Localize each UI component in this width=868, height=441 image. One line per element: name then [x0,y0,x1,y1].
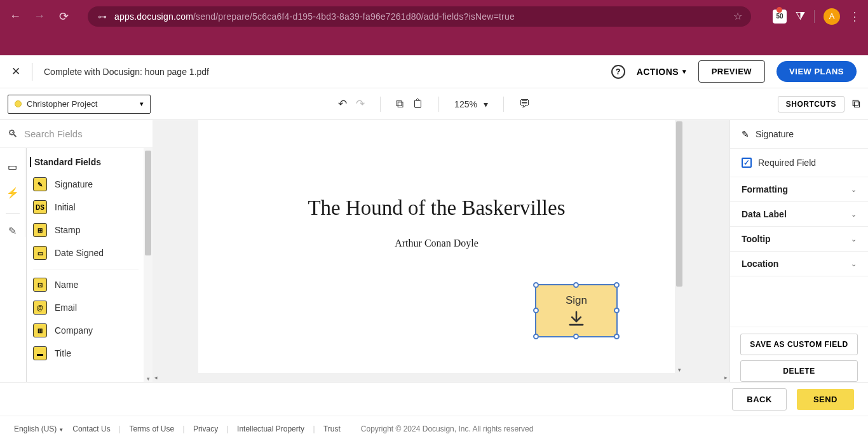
separator [814,10,815,23]
field-name[interactable]: ⊡Name [33,278,139,292]
search-input[interactable] [24,128,145,139]
extension-badge[interactable]: 50 [773,10,787,24]
chevron-down-icon: ⌄ [851,210,857,219]
browser-menu-icon[interactable]: ⋮ [849,10,860,24]
extensions-icon[interactable]: ⧩ [796,10,805,23]
footer: English (US)▼ Contact Us | Terms of Use … [0,416,868,441]
vertical-scrollbar[interactable]: ▴▾ [675,120,684,373]
document-title: Complete with Docusign: houn page 1.pdf [44,67,209,77]
zoom-dropdown[interactable]: 125%▾ [454,99,488,109]
back-button[interactable]: BACK [732,388,787,410]
field-icon: DS [33,200,47,214]
url-bar[interactable]: ⊶ apps.docusign.com/send/prepare/5c6ca6f… [88,6,751,27]
footer-link-intellectual-property[interactable]: Intellectual Property [237,424,304,433]
recipient-dropdown[interactable]: Christopher Project ▾ [8,95,151,114]
recipient-name: Christopher Project [27,99,135,109]
field-title[interactable]: ▬Title [33,346,139,360]
footer-link-privacy[interactable]: Privacy [193,424,218,433]
profile-avatar[interactable]: A [824,8,840,25]
chevron-down-icon: ▾ [140,100,144,108]
workspace: 🔍︎ ✕ ▭ ⚡ ✎ Standard Fields ✎SignatureDSI… [0,120,868,382]
section-label: Data Label [742,209,787,219]
close-icon[interactable]: ✕ [11,65,20,78]
field-signature[interactable]: ✎Signature [33,177,139,191]
url-text: apps.docusign.com/send/prepare/5c6ca6f4-… [114,11,515,22]
signature-field-label: Sign [566,294,587,307]
section-label: Formatting [742,184,788,194]
extensions-area: 50 ⧩ A ⋮ [773,8,860,25]
language-selector[interactable]: English (US)▼ [14,424,64,433]
delete-field-button[interactable]: DELETE [740,360,858,382]
field-icon: ▭ [33,246,47,260]
help-icon[interactable]: ? [611,65,625,79]
redo-icon[interactable]: ↷ [356,97,365,111]
actions-menu[interactable]: ACTIONS▾ [637,67,687,77]
document-page[interactable]: The Hound of the Baskervilles Arthur Con… [198,120,675,373]
field-label: Title [55,348,71,358]
footer-link-terms-of-use[interactable]: Terms of Use [129,424,174,433]
document-heading: The Hound of the Baskervilles [198,196,675,220]
section-tooltip[interactable]: Tooltip⌄ [730,227,868,252]
divider [32,63,32,81]
field-label: Email [55,302,77,313]
bookmark-icon[interactable]: ☆ [733,10,742,22]
field-search: 🔍︎ ✕ [0,120,153,148]
footer-link-contact-us[interactable]: Contact Us [72,424,110,433]
copy-icon[interactable]: ⧉ [396,98,403,111]
divider [438,97,439,112]
documents-icon[interactable]: ⧉ [852,97,860,111]
comment-icon[interactable]: 💬︎ [519,98,530,111]
field-company[interactable]: ⊞Company [33,323,139,337]
properties-panel: ✎ Signature ✓ Required Field Formatting⌄… [729,120,868,382]
toolbar: Christopher Project ▾ ↶ ↷ ⧉ 📋︎ 125%▾ 💬︎ … [0,88,868,120]
nav-forward-icon[interactable]: → [32,10,47,23]
section-formatting[interactable]: Formatting⌄ [730,177,868,202]
horizontal-scrollbar[interactable]: ◂▸ [153,373,729,382]
site-settings-icon[interactable]: ⊶ [97,11,108,22]
nav-reload-icon[interactable]: ⟳ [56,10,71,24]
left-panel: 🔍︎ ✕ ▭ ⚡ ✎ Standard Fields ✎SignatureDSI… [0,120,153,382]
preview-button[interactable]: PREVIEW [698,60,765,83]
browser-band [0,32,868,55]
properties-header: ✎ Signature [730,120,868,149]
undo-icon[interactable]: ↶ [338,97,347,111]
app-header: ✕ Complete with Docusign: houn page 1.pd… [0,55,868,88]
section-location[interactable]: Location⌄ [730,252,868,276]
field-date-signed[interactable]: ▭Date Signed [33,246,139,260]
chevron-down-icon: ⌄ [851,235,857,243]
field-category-header: Standard Fields [30,157,139,167]
field-email[interactable]: @Email [33,301,139,315]
field-stamp[interactable]: ⊞Stamp [33,223,139,237]
field-label: Name [55,280,78,290]
view-plans-button[interactable]: VIEW PLANS [776,61,857,82]
save-custom-field-button[interactable]: SAVE AS CUSTOM FIELD [740,334,858,355]
footer-link-trust[interactable]: Trust [323,424,341,433]
search-icon: 🔍︎ [8,128,18,140]
field-icon: ⊞ [33,223,47,237]
field-initial[interactable]: DSInitial [33,200,139,214]
section-label: Tooltip [742,234,771,244]
copyright: Copyright © 2024 Docusign, Inc. All righ… [361,424,534,433]
field-icon: ⊡ [33,278,47,292]
shortcuts-button[interactable]: SHORTCUTS [778,96,844,112]
chevron-down-icon: ▾ [484,99,488,109]
bottom-action-bar: BACK SEND [0,382,868,416]
field-label: Stamp [55,225,80,235]
browser-chrome: ← → ⟳ ⊶ apps.docusign.com/send/prepare/5… [0,0,868,32]
section-data-label[interactable]: Data Label⌄ [730,202,868,227]
field-label: Signature [55,179,93,189]
nav-back-icon[interactable]: ← [8,10,23,23]
properties-title: Signature [756,129,794,139]
canvas-area: The Hound of the Baskervilles Arthur Con… [153,120,729,382]
chevron-down-icon: ⌄ [851,260,857,268]
signature-field[interactable]: Sign [535,284,618,337]
field-icon: ▬ [33,346,47,360]
required-label: Required Field [758,158,816,168]
required-checkbox[interactable]: ✓ [742,158,752,168]
paste-icon[interactable]: 📋︎ [412,98,423,111]
left-scrollbar[interactable]: ▾ [144,148,153,382]
send-button[interactable]: SEND [797,389,854,410]
chevron-down-icon: ▾ [682,67,687,76]
field-label: Initial [55,202,76,212]
divider [503,97,504,112]
